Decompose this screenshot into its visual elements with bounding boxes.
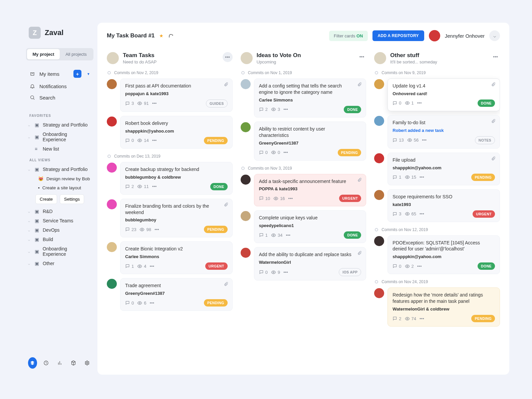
nav-my-items[interactable]: My items + ▼	[26, 67, 93, 80]
card-more-icon[interactable]: •••	[286, 233, 290, 238]
task-card[interactable]: Update log v1.4 Onhovered card! 0 1 ••• …	[387, 78, 500, 111]
card-more-icon[interactable]: •••	[422, 138, 427, 143]
task-card[interactable]: Add the ability to duplicate and replace…	[254, 247, 366, 280]
svg-point-4	[139, 140, 141, 141]
settings-button[interactable]: Settings	[60, 194, 84, 204]
nav-search[interactable]: Search	[26, 92, 93, 103]
task-card[interactable]: File upload shapppkin@yahoo.com 1 15 •••…	[387, 153, 500, 185]
clock-icon[interactable]	[42, 357, 51, 369]
card-more-icon[interactable]: •••	[150, 264, 154, 269]
task-card[interactable]: Robert book delivery shapppkin@yahoo.com…	[120, 116, 233, 149]
sidebar-item-strategy-portfolio-2[interactable]: ⌵▣Strategy and Portfolio	[26, 165, 93, 174]
card-author: WatermelonGirl	[259, 260, 361, 265]
tab-my-project[interactable]: My project	[27, 49, 60, 59]
cube-icon[interactable]	[69, 357, 78, 369]
card-more-icon[interactable]: •••	[155, 227, 159, 232]
card-more-icon[interactable]: •••	[288, 196, 293, 201]
comment-count[interactable]: 0	[259, 270, 268, 275]
comment-count[interactable]: 0	[392, 264, 401, 269]
sidebar-item-design-review[interactable]: 😻Design review by Bob	[38, 174, 93, 183]
sidebar-item-other[interactable]: ⌵▣Other	[26, 259, 93, 268]
task-card[interactable]: Create backup strategy for backend bubbl…	[120, 162, 233, 195]
comment-count[interactable]: 0	[125, 138, 134, 143]
comment-count[interactable]: 3	[392, 211, 401, 216]
refresh-icon[interactable]	[168, 33, 174, 38]
card-more-icon[interactable]: •••	[283, 270, 288, 275]
add-repository-button[interactable]: ADD A REPOSITORY	[372, 30, 424, 41]
comment-count[interactable]: 1	[125, 264, 134, 269]
commit-date-text: Commits on Nov 24, 2019	[381, 279, 428, 284]
timeline-dot-icon	[241, 71, 245, 74]
task-card[interactable]: Scope requirements for SSO kate1993 3 65…	[387, 189, 500, 222]
column-avatar	[241, 52, 253, 64]
card-meta: 3 65 ••• URGENT	[392, 210, 495, 218]
comment-count[interactable]: 0	[392, 101, 401, 106]
comment-count[interactable]: 0	[125, 301, 134, 306]
create-button[interactable]: Create	[35, 194, 57, 204]
card-more-icon[interactable]: •••	[420, 175, 424, 180]
task-card[interactable]: Create Bionic Integration v2 Carlee Simm…	[120, 241, 233, 274]
task-card[interactable]: Ability to restrict content by user char…	[254, 122, 366, 161]
card-title: Ability to restrict content by user char…	[259, 126, 361, 139]
card-more-icon[interactable]: •••	[420, 211, 424, 216]
user-menu-chevron-icon[interactable]: ⌵	[489, 30, 500, 41]
card-more-icon[interactable]: •••	[152, 138, 157, 143]
comment-count[interactable]: 10	[259, 196, 270, 201]
gear-icon[interactable]	[82, 357, 91, 369]
filter-cards-toggle[interactable]: Filter cards ON	[329, 31, 367, 41]
comment-count[interactable]: 1	[259, 233, 268, 238]
comment-count[interactable]: 0	[259, 150, 268, 155]
svg-point-12	[273, 234, 274, 236]
task-card[interactable]: Family to-do list Robert added a new tas…	[387, 115, 500, 149]
card-more-icon[interactable]: •••	[417, 101, 422, 106]
card-more-icon[interactable]: •••	[420, 316, 424, 321]
sidebar-item-devops[interactable]: ⌵▣DevOps	[26, 225, 93, 235]
task-card[interactable]: PDOException: SQLSTATE [1045] Access den…	[387, 235, 500, 274]
layers-icon[interactable]	[28, 357, 37, 369]
task-card[interactable]: First pass at API documentation poppajun…	[120, 78, 233, 112]
task-card[interactable]: Add a task-specific announcement feature…	[254, 174, 366, 207]
card-more-icon[interactable]: •••	[283, 107, 288, 112]
comment-count[interactable]: 1	[392, 175, 401, 180]
card-more-icon[interactable]: •••	[150, 301, 154, 306]
column-menu-button[interactable]: •••	[357, 52, 366, 61]
sidebar-item-site-layout[interactable]: ▪Create a site layout	[38, 183, 93, 192]
comment-count[interactable]: 23	[125, 227, 136, 232]
sidebar-item-onboarding-experience[interactable]: ⌵▣Onboarding Experience	[26, 130, 93, 144]
nav-notifications[interactable]: Notifications	[26, 80, 93, 92]
task-card[interactable]: Complete unique keys value speedypelican…	[254, 210, 366, 243]
star-icon[interactable]: ★	[159, 33, 164, 38]
commit-date-label: Commits on Nov 1, 2019	[241, 69, 366, 78]
sidebar-item-new-list[interactable]: ≡New list	[26, 144, 93, 154]
add-item-button[interactable]: +	[73, 70, 81, 78]
task-card[interactable]: Redesign how the 'more details' and rati…	[387, 287, 500, 327]
card-more-icon[interactable]: •••	[283, 150, 288, 155]
card-more-icon[interactable]: •••	[152, 184, 157, 189]
tab-all-projects[interactable]: All projects	[60, 49, 92, 59]
card-author: bubblegumboy	[125, 217, 228, 222]
task-entry: Create Bionic Integration v2 Carlee Simm…	[107, 241, 233, 274]
task-card[interactable]: Add a config setting that tells the sear…	[254, 78, 366, 118]
sidebar-item-build[interactable]: ⌵▣Build	[26, 235, 93, 244]
card-link[interactable]: Robert added a new task	[392, 128, 495, 133]
comment-count[interactable]: 2	[125, 184, 134, 189]
user-avatar[interactable]	[429, 30, 440, 41]
task-card[interactable]: Finalize branding fonts and colors by th…	[120, 199, 233, 238]
chart-icon[interactable]	[55, 357, 64, 369]
comment-count[interactable]: 13	[392, 138, 404, 143]
search-icon	[29, 94, 35, 101]
comment-count[interactable]: 3	[125, 101, 134, 106]
sidebar-item-onboarding-experience-2[interactable]: ⌵▣Onboarding Experience	[26, 244, 93, 259]
column-menu-button[interactable]: •••	[491, 52, 500, 61]
comment-count[interactable]: 2	[392, 316, 401, 321]
sidebar-item-strategy-portfolio[interactable]: ⌵▣Strategy and Portfolio	[26, 120, 93, 130]
card-more-icon[interactable]: •••	[417, 264, 422, 269]
task-card[interactable]: Trade agreement GreenyGreen#1387 0 6 •••…	[120, 278, 233, 311]
chevron-down-icon: ⌵	[28, 135, 32, 139]
card-more-icon[interactable]: •••	[152, 101, 157, 106]
sidebar-item-service-teams[interactable]: ⌵▣Service Teams	[26, 216, 93, 225]
sidebar-item-rd[interactable]: ⌵▣R&D	[26, 207, 93, 216]
add-dropdown-caret-icon[interactable]: ▼	[87, 72, 90, 76]
column-menu-button[interactable]: •••	[223, 52, 233, 62]
comment-count[interactable]: 2	[259, 107, 268, 112]
